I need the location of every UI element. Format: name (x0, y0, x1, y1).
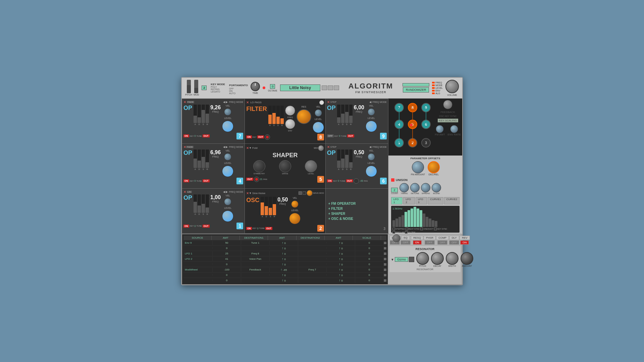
op7-r-slider[interactable] (206, 105, 209, 123)
mod-r1-source[interactable]: Env 9 (183, 241, 213, 245)
op7-out-btn[interactable]: OUT (203, 134, 210, 137)
lfo-tab-3[interactable]: LFO 3 (416, 197, 427, 204)
mod-r3-dest2[interactable] (298, 253, 327, 254)
op6-r[interactable] (349, 149, 353, 168)
mod-slider-track[interactable] (194, 80, 198, 93)
rate-knob[interactable] (392, 234, 400, 242)
mod-r1-dest1[interactable]: Tune 1 (241, 241, 270, 245)
mod-r8-dest1[interactable] (241, 280, 270, 281)
op7-s-slider[interactable] (202, 105, 205, 123)
env-rate-knob[interactable] (450, 125, 458, 133)
op4-vel-knob[interactable] (224, 153, 231, 161)
osc2-close[interactable]: ✕ (246, 191, 249, 195)
mod-r2-dest2[interactable] (298, 247, 327, 249)
mod-r7-dest1[interactable] (241, 274, 270, 276)
filter8-level-knob[interactable] (313, 122, 324, 133)
mod-r8-dest2[interactable] (298, 280, 327, 281)
op1-close[interactable]: ✕ (183, 190, 186, 194)
lfo-check-bipolar[interactable]: BIPOLAR (392, 231, 404, 234)
feedback-knob[interactable] (443, 100, 452, 109)
osc2-level-knob[interactable] (289, 213, 301, 224)
op6-close[interactable]: ✕ (327, 145, 330, 149)
mod-r6-source[interactable]: ModWheel (183, 267, 213, 272)
filter8-close[interactable]: ✕ (246, 101, 249, 104)
mod-r3-close[interactable]: ⊠ (384, 252, 386, 255)
op9-level-knob[interactable] (366, 121, 377, 132)
key-mode-legato[interactable]: LEGATO (211, 90, 225, 93)
mod-r5-source[interactable] (183, 263, 213, 265)
osc2-out-btn[interactable]: OUT (265, 227, 272, 230)
osc2-on-btn[interactable]: ON (246, 227, 252, 230)
filter8-freq-knob[interactable] (285, 106, 295, 116)
op6-out-btn[interactable]: OUT (346, 179, 353, 182)
mod-r8-close[interactable]: ⊠ (384, 279, 386, 282)
op9-off-btn[interactable]: OFF (327, 134, 334, 137)
key-mode-poly[interactable]: POLY (211, 86, 225, 88)
mod-r8-source[interactable] (183, 280, 213, 281)
op4-a[interactable] (194, 149, 197, 168)
shaper5-out-btn[interactable]: OUT (246, 178, 253, 181)
op7-vel-knob[interactable] (224, 108, 231, 116)
fx-rev-state[interactable]: ON (460, 240, 469, 245)
op1-r[interactable] (206, 194, 209, 213)
op4-d[interactable] (198, 149, 201, 168)
mod-r4-amt1[interactable]: 41 (213, 257, 241, 261)
mod-r3-source[interactable]: LFO 1 (183, 251, 213, 256)
op9-r[interactable] (349, 105, 353, 123)
mod-r4-close[interactable]: ⊠ (384, 257, 386, 261)
mod-r2-close[interactable]: ⊠ (384, 246, 386, 250)
resonator-decay-knob[interactable] (431, 252, 444, 265)
resonator-prev-btn[interactable]: ▼ (391, 258, 394, 261)
op4-level-knob[interactable] (222, 166, 233, 177)
op7-d-slider[interactable] (198, 105, 201, 123)
op4-close[interactable]: ✕ (183, 145, 186, 149)
op1-arrows[interactable]: ◀ ▶ (223, 190, 228, 193)
shaper5-sym-knob[interactable] (253, 160, 265, 172)
lfo-tab-curve2[interactable]: CURVE2 (444, 197, 460, 204)
port-on[interactable]: ON (229, 90, 248, 92)
resonator-preset-name[interactable]: Gizmo (395, 257, 408, 262)
filter8-env-knob[interactable] (285, 119, 295, 129)
resonator-amount-knob[interactable] (461, 252, 473, 265)
mod-r6-dest2[interactable]: Freq 7 (298, 267, 327, 272)
op1-level-knob[interactable] (222, 210, 233, 222)
mod-r4-source[interactable]: LFO 2 (183, 257, 213, 261)
mod-r7-close[interactable]: ⊠ (384, 273, 386, 277)
portamento-time-knob[interactable] (251, 82, 260, 91)
timing-knob[interactable] (399, 183, 409, 192)
filter8-res-knob[interactable] (297, 109, 311, 124)
op7-level-knob[interactable] (222, 121, 233, 132)
op6-d[interactable] (341, 149, 344, 168)
dec-rel-knob[interactable] (428, 161, 440, 173)
port-off[interactable]: OFF (229, 87, 248, 90)
mod-r5-dest2[interactable] (298, 263, 327, 265)
shaper5-mix-knob[interactable] (318, 145, 324, 151)
op9-out-btn[interactable]: OUT (347, 134, 354, 137)
mod-r5-dest1[interactable] (241, 263, 270, 265)
mod-r7-source[interactable] (183, 274, 213, 276)
filter8-out-btn[interactable]: OUT (257, 135, 264, 138)
range-box[interactable]: 2 (202, 85, 207, 90)
op9-vel-knob[interactable] (368, 108, 375, 116)
shaper5-level-knob[interactable] (305, 160, 317, 172)
mod-r5-close[interactable]: ⊠ (384, 262, 386, 266)
mod-r2-dest1[interactable] (241, 247, 270, 249)
op6-level-knob[interactable] (366, 166, 377, 177)
detune-knob[interactable] (410, 183, 420, 192)
mod-r1-close[interactable]: ⊠ (384, 241, 386, 245)
op4-arrows[interactable]: ◀ ▶ (223, 145, 228, 148)
op6-arrows[interactable]: ◀ (369, 145, 371, 148)
op9-close[interactable]: ✕ (327, 100, 330, 104)
mod-r4-dest2[interactable] (298, 258, 327, 259)
resonator-pitch-knob[interactable] (416, 252, 429, 265)
randomizer-button[interactable]: RANDOMIZER (403, 87, 429, 93)
filter8-vel-knob[interactable] (315, 109, 322, 117)
lfo-tab-2[interactable]: LFO 2 (403, 197, 415, 204)
op4-out-btn[interactable]: OUT (203, 179, 210, 182)
op7-on-btn[interactable]: ON (183, 134, 189, 137)
resonator-width-knob[interactable] (446, 252, 459, 265)
op1-vel-knob[interactable] (224, 198, 231, 205)
mod-r6-dest1[interactable]: Feedback (241, 267, 270, 272)
op1-s[interactable] (202, 194, 205, 213)
op1-d[interactable] (198, 194, 201, 213)
